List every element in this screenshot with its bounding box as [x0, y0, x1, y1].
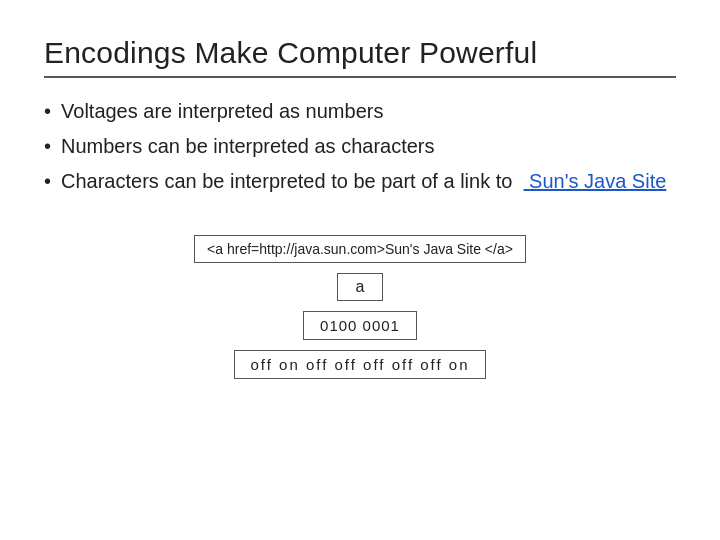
- list-item: Voltages are interpreted as numbers: [44, 98, 676, 125]
- title-container: Encodings Make Computer Powerful: [44, 36, 676, 78]
- html-code-box: <a href=http://java.sun.com>Sun's Java S…: [194, 235, 526, 263]
- bits-box: off on off off off off off on: [234, 350, 487, 379]
- page-title: Encodings Make Computer Powerful: [44, 36, 676, 70]
- binary-box: 0100 0001: [303, 311, 417, 340]
- diagram-area: <a href=http://java.sun.com>Sun's Java S…: [44, 235, 676, 379]
- bullet-list: Voltages are interpreted as numbers Numb…: [44, 98, 676, 203]
- java-site-link[interactable]: Sun's Java Site: [524, 170, 667, 192]
- list-item: Characters can be interpreted to be part…: [44, 168, 676, 195]
- slide: Encodings Make Computer Powerful Voltage…: [0, 0, 720, 540]
- char-box: a: [337, 273, 384, 301]
- list-item: Numbers can be interpreted as characters: [44, 133, 676, 160]
